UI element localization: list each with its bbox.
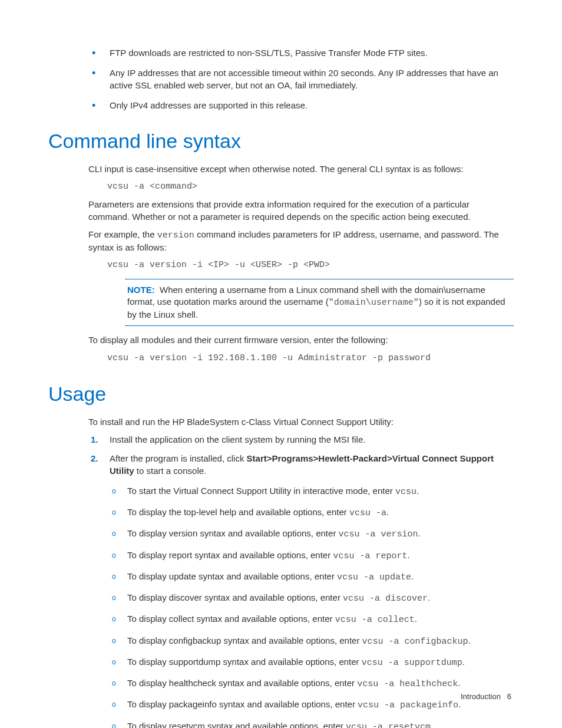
sub-item: To display discover syntax and available… — [110, 592, 514, 605]
inline-code: vcsu -a version — [339, 529, 418, 539]
sub-bullet-list: To start the Virtual Connect Support Uti… — [110, 485, 514, 728]
bullet-item: FTP downloads are restricted to non-SSL/… — [88, 47, 514, 59]
sub-item: To display version syntax and available … — [110, 528, 514, 541]
note-label: NOTE: — [127, 285, 155, 295]
steps-list: Install the application on the client sy… — [88, 434, 514, 728]
sub-item: To display resetvcm syntax and available… — [110, 720, 514, 728]
text: To display collect syntax and available … — [127, 614, 335, 624]
text: To display version syntax and available … — [127, 528, 339, 538]
paragraph: To install and run the HP BladeSystem c-… — [88, 416, 510, 428]
inline-code: vcsu -a supportdump — [362, 658, 462, 668]
bullet-item: Any IP addresses that are not accessible… — [88, 67, 514, 91]
bullet-text: Only IPv4 addresses are supported in thi… — [110, 100, 308, 110]
note-box: NOTE: When entering a username from a Li… — [125, 279, 514, 327]
text: To start the Virtual Connect Support Uti… — [127, 486, 395, 496]
intro-bullet-list: FTP downloads are restricted to non-SSL/… — [88, 47, 514, 111]
step-item: After the program is installed, click St… — [88, 453, 514, 728]
sub-item: To display report syntax and available o… — [110, 549, 514, 562]
text: To display update syntax and available o… — [127, 571, 337, 581]
inline-code: version — [157, 230, 194, 241]
inline-code: vcsu -a resetvcm — [346, 722, 431, 728]
text: To display configbackup syntax and avail… — [127, 635, 362, 645]
text: CLI input is case-insensitive except whe… — [88, 164, 464, 174]
inline-code: vcsu -a — [349, 508, 386, 518]
sub-item: To display healthcheck syntax and availa… — [110, 677, 514, 690]
text: Parameters are extensions that provide e… — [88, 199, 471, 221]
page-footer: Introduction 6 — [461, 691, 511, 702]
inline-code: vcsu -a report — [333, 551, 407, 561]
text: To display healthcheck syntax and availa… — [127, 678, 357, 688]
inline-code: vcsu -a update — [337, 572, 411, 582]
inline-code: vcsu -a collect — [335, 615, 415, 625]
sub-item: To display the top-level help and availa… — [110, 506, 514, 519]
text: To display discover syntax and available… — [127, 592, 343, 602]
text: For example, the — [88, 229, 157, 239]
paragraph: CLI input is case-insensitive except whe… — [88, 163, 510, 175]
inline-code: vcsu -a discover — [343, 594, 428, 604]
text: To display packageinfo syntax and availa… — [127, 699, 358, 709]
code-block: vcsu -a <command> — [107, 181, 514, 193]
bullet-item: Only IPv4 addresses are supported in thi… — [88, 100, 514, 111]
text: To install and run the HP BladeSystem c-… — [88, 417, 394, 427]
inline-code: vcsu -a healthcheck — [357, 679, 458, 689]
sub-item: To display update syntax and available o… — [110, 571, 514, 584]
sub-item: To display supportdump syntax and availa… — [110, 656, 514, 669]
inline-code: "domain\username" — [329, 298, 419, 308]
sub-item: To display configbackup syntax and avail… — [110, 635, 514, 648]
paragraph: For example, the version command include… — [88, 229, 510, 254]
sub-item: To start the Virtual Connect Support Uti… — [110, 485, 514, 498]
step-item: Install the application on the client sy… — [88, 434, 514, 446]
heading-usage: Usage — [48, 381, 514, 408]
text: To display report syntax and available o… — [127, 550, 333, 560]
inline-code: vcsu -a configbackup — [362, 637, 468, 647]
step-text: to start a console. — [134, 466, 207, 476]
step-text: Install the application on the client sy… — [110, 434, 365, 444]
text: To display all modules and their current… — [88, 335, 388, 345]
code-block: vcsu -a version -i 192.168.1.100 -u Admi… — [107, 353, 514, 364]
inline-code: vcsu -a packageinfo — [358, 700, 458, 710]
sub-item: To display packageinfo syntax and availa… — [110, 699, 514, 711]
text: To display the top-level help and availa… — [127, 507, 349, 517]
paragraph: Parameters are extensions that provide e… — [88, 199, 510, 223]
bullet-text: Any IP addresses that are not accessible… — [110, 68, 498, 90]
step-text: After the program is installed, click — [110, 453, 247, 463]
text: To display supportdump syntax and availa… — [127, 657, 362, 667]
text: To display resetvcm syntax and available… — [127, 721, 346, 728]
sub-item: To display collect syntax and available … — [110, 613, 514, 626]
footer-section: Introduction — [461, 692, 501, 701]
paragraph: To display all modules and their current… — [88, 334, 510, 346]
bullet-text: FTP downloads are restricted to non-SSL/… — [110, 48, 428, 58]
footer-page: 6 — [507, 692, 511, 701]
inline-code: vcsu — [395, 487, 416, 497]
code-block: vcsu -a version -i <IP> -u <USER> -p <PW… — [107, 259, 514, 271]
heading-command-line-syntax: Command line syntax — [48, 128, 514, 155]
